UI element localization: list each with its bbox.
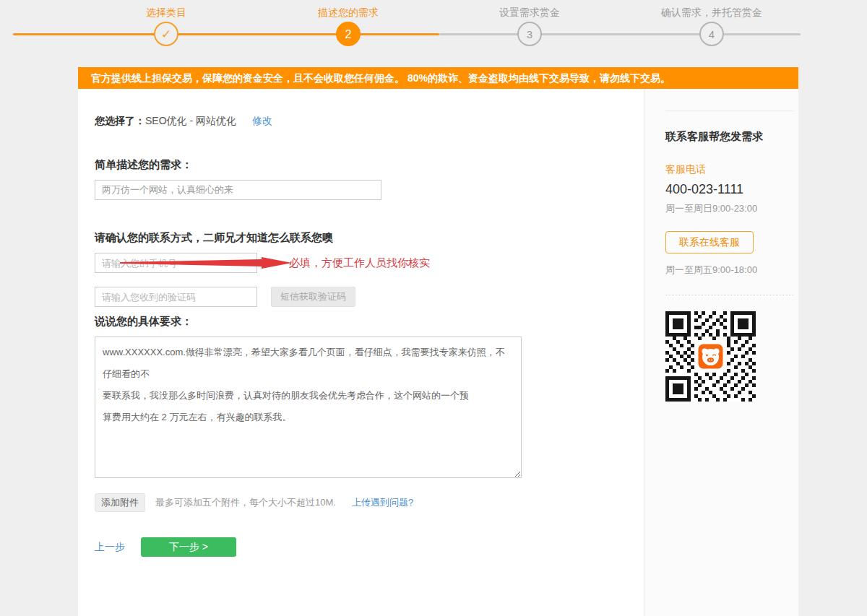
content-panel: 官方提供线上担保交易，保障您的资金安全，且不会收取您任何佣金。 80%的欺诈、资…	[78, 67, 798, 616]
sidebar-title: 联系客服帮您发需求	[665, 130, 798, 144]
brief-requirement-input[interactable]	[95, 180, 381, 200]
next-step-button[interactable]: 下一步 >	[141, 537, 236, 557]
qr-code	[665, 311, 756, 402]
progress-track-done	[13, 33, 439, 35]
service-phone-hours: 周一至周日9:00-23:00	[665, 202, 798, 215]
add-attachment-button[interactable]: 添加附件	[95, 493, 145, 512]
progress-steps: 选择类目 描述您的需求 设置需求赏金 确认需求，并托管赏金 ✓ 2 3 4	[0, 0, 867, 65]
step-label-4: 确认需求，并托管赏金	[632, 6, 791, 19]
online-service-button[interactable]: 联系在线客服	[665, 231, 754, 253]
customer-service-sidebar: 联系客服帮您发需求 客服电话 400-023-1111 周一至周日9:00-23…	[644, 89, 798, 616]
qr-center-pig-logo-icon	[698, 344, 724, 370]
attachment-row: 添加附件 最多可添加五个附件，每个大小不超过10M. 上传遇到问题?	[95, 493, 413, 512]
selected-category-value: SEO优化 - 网站优化	[145, 115, 236, 126]
detail-requirement-textarea[interactable]: www.XXXXXX.com.做得非常漂亮，希望大家多看几个页面，看仔细点，我需…	[95, 337, 522, 478]
online-service-hours: 周一至周五9:00-18:00	[665, 264, 798, 277]
attachment-hint: 最多可添加五个附件，每个大小不超过10M.	[155, 496, 336, 509]
form-area: 您选择了：SEO优化 - 网站优化修改 简单描述您的需求： 请确认您的联系方式，…	[78, 89, 644, 616]
modify-category-link[interactable]: 修改	[252, 115, 272, 126]
selected-category-row: 您选择了：SEO优化 - 网站优化修改	[95, 115, 272, 128]
previous-step-link[interactable]: 上一步	[95, 541, 125, 554]
detail-heading: 说说您的具体要求：	[95, 315, 192, 329]
sidebar-top-divider	[665, 110, 794, 111]
red-arrow-annotation-icon	[120, 255, 293, 271]
upload-help-link[interactable]: 上传遇到问题?	[352, 496, 413, 509]
step-label-1: 选择类目	[87, 6, 246, 19]
security-warning-banner: 官方提供线上担保交易，保障您的资金安全，且不会收取您任何佣金。 80%的欺诈、资…	[78, 67, 798, 89]
required-annotation-text: 必填，方便工作人员找你核实	[289, 256, 430, 270]
verification-code-input[interactable]	[95, 287, 257, 307]
step-circle-done-check-icon: ✓	[154, 22, 178, 46]
selected-category-label: 您选择了：	[95, 115, 145, 126]
contact-heading: 请确认您的联系方式，二师兄才知道怎么联系您噢	[95, 231, 333, 245]
step-circle-3: 3	[517, 22, 542, 46]
progress-track-todo	[439, 33, 801, 35]
service-phone-number: 400-023-1111	[665, 182, 798, 197]
sidebar-dotted-divider	[665, 295, 794, 295]
service-phone-label: 客服电话	[665, 163, 798, 176]
step-circle-current: 2	[336, 22, 361, 46]
brief-heading: 简单描述您的需求：	[95, 158, 192, 172]
wizard-footer: 上一步 下一步 >	[95, 537, 236, 557]
step-circle-4: 4	[699, 22, 724, 46]
step-label-3: 设置需求赏金	[450, 6, 609, 19]
get-sms-code-button[interactable]: 短信获取验证码	[271, 287, 355, 307]
step-label-2: 描述您的需求	[269, 6, 428, 19]
